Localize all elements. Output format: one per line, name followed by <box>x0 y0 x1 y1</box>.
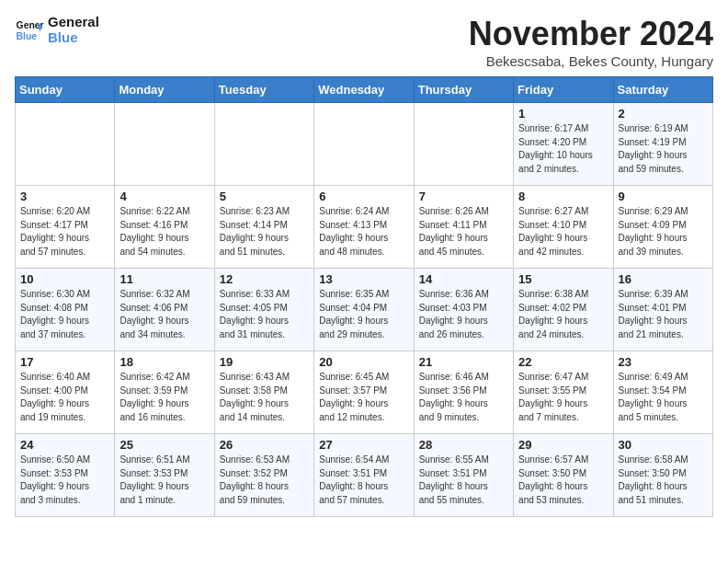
day-number: 30 <box>619 438 708 452</box>
day-info: Sunrise: 6:43 AM Sunset: 3:58 PM Dayligh… <box>220 371 309 424</box>
calendar-cell: 23Sunrise: 6:49 AM Sunset: 3:54 PM Dayli… <box>613 351 712 434</box>
day-info: Sunrise: 6:57 AM Sunset: 3:50 PM Dayligh… <box>518 454 608 507</box>
calendar-week-row: 1Sunrise: 6:17 AM Sunset: 4:20 PM Daylig… <box>16 103 713 186</box>
day-number: 16 <box>619 272 708 286</box>
header: General Blue General Blue November 2024 … <box>15 15 713 69</box>
day-info: Sunrise: 6:38 AM Sunset: 4:02 PM Dayligh… <box>518 288 608 341</box>
day-number: 14 <box>419 272 508 286</box>
day-number: 17 <box>20 355 109 369</box>
day-number: 5 <box>220 190 309 203</box>
day-info: Sunrise: 6:27 AM Sunset: 4:10 PM Dayligh… <box>518 205 608 259</box>
day-of-week-header: Thursday <box>414 77 513 103</box>
day-info: Sunrise: 6:51 AM Sunset: 3:53 PM Dayligh… <box>119 454 209 507</box>
calendar-cell: 12Sunrise: 6:33 AM Sunset: 4:05 PM Dayli… <box>214 269 313 351</box>
calendar-cell: 22Sunrise: 6:47 AM Sunset: 3:55 PM Dayli… <box>514 351 613 434</box>
day-info: Sunrise: 6:35 AM Sunset: 4:04 PM Dayligh… <box>319 288 408 341</box>
day-info: Sunrise: 6:54 AM Sunset: 3:51 PM Dayligh… <box>319 454 408 507</box>
calendar-cell: 25Sunrise: 6:51 AM Sunset: 3:53 PM Dayli… <box>115 434 214 517</box>
logo-icon: General Blue <box>15 16 44 45</box>
day-number: 11 <box>119 272 209 286</box>
day-info: Sunrise: 6:49 AM Sunset: 3:54 PM Dayligh… <box>619 371 708 424</box>
day-info: Sunrise: 6:29 AM Sunset: 4:09 PM Dayligh… <box>619 205 708 259</box>
day-of-week-header: Friday <box>514 77 613 103</box>
day-number: 15 <box>518 272 608 286</box>
calendar-week-row: 17Sunrise: 6:40 AM Sunset: 4:00 PM Dayli… <box>16 351 713 434</box>
day-number: 7 <box>419 190 508 203</box>
calendar-cell: 5Sunrise: 6:23 AM Sunset: 4:14 PM Daylig… <box>214 186 313 269</box>
calendar-cell: 13Sunrise: 6:35 AM Sunset: 4:04 PM Dayli… <box>314 269 414 351</box>
calendar-cell: 18Sunrise: 6:42 AM Sunset: 3:59 PM Dayli… <box>115 351 214 434</box>
calendar-cell <box>414 103 513 186</box>
calendar-body: 1Sunrise: 6:17 AM Sunset: 4:20 PM Daylig… <box>16 103 713 517</box>
calendar-cell: 19Sunrise: 6:43 AM Sunset: 3:58 PM Dayli… <box>214 351 313 434</box>
calendar-cell <box>16 103 115 186</box>
day-info: Sunrise: 6:58 AM Sunset: 3:50 PM Dayligh… <box>619 454 708 507</box>
day-info: Sunrise: 6:53 AM Sunset: 3:52 PM Dayligh… <box>220 454 309 507</box>
day-of-week-header: Wednesday <box>314 77 414 103</box>
calendar-cell: 28Sunrise: 6:55 AM Sunset: 3:51 PM Dayli… <box>414 434 513 517</box>
calendar-cell: 24Sunrise: 6:50 AM Sunset: 3:53 PM Dayli… <box>16 434 115 517</box>
calendar-cell: 3Sunrise: 6:20 AM Sunset: 4:17 PM Daylig… <box>16 186 115 269</box>
logo: General Blue General Blue <box>15 15 99 45</box>
calendar-cell: 26Sunrise: 6:53 AM Sunset: 3:52 PM Dayli… <box>214 434 313 517</box>
day-number: 26 <box>220 438 309 452</box>
day-number: 1 <box>518 107 608 121</box>
calendar-cell: 1Sunrise: 6:17 AM Sunset: 4:20 PM Daylig… <box>514 103 613 186</box>
day-number: 18 <box>119 355 209 369</box>
calendar-cell: 16Sunrise: 6:39 AM Sunset: 4:01 PM Dayli… <box>613 269 712 351</box>
day-info: Sunrise: 6:19 AM Sunset: 4:19 PM Dayligh… <box>619 122 708 176</box>
day-number: 23 <box>619 355 708 369</box>
calendar-week-row: 10Sunrise: 6:30 AM Sunset: 4:08 PM Dayli… <box>16 269 713 351</box>
day-number: 27 <box>319 438 408 452</box>
day-number: 12 <box>220 272 309 286</box>
day-number: 10 <box>20 272 109 286</box>
day-of-week-header: Tuesday <box>214 77 313 103</box>
day-number: 4 <box>119 190 209 203</box>
day-info: Sunrise: 6:30 AM Sunset: 4:08 PM Dayligh… <box>20 288 109 341</box>
day-info: Sunrise: 6:46 AM Sunset: 3:56 PM Dayligh… <box>419 371 508 424</box>
calendar-cell: 6Sunrise: 6:24 AM Sunset: 4:13 PM Daylig… <box>314 186 414 269</box>
day-info: Sunrise: 6:33 AM Sunset: 4:05 PM Dayligh… <box>220 288 309 341</box>
day-number: 9 <box>619 190 708 203</box>
day-info: Sunrise: 6:17 AM Sunset: 4:20 PM Dayligh… <box>518 122 608 176</box>
day-number: 8 <box>518 190 608 203</box>
day-info: Sunrise: 6:55 AM Sunset: 3:51 PM Dayligh… <box>419 454 508 507</box>
logo-line2: Blue <box>48 30 99 46</box>
day-number: 2 <box>619 107 708 121</box>
day-number: 6 <box>319 190 408 203</box>
calendar-cell: 10Sunrise: 6:30 AM Sunset: 4:08 PM Dayli… <box>16 269 115 351</box>
day-of-week-header: Monday <box>115 77 214 103</box>
day-info: Sunrise: 6:42 AM Sunset: 3:59 PM Dayligh… <box>119 371 209 424</box>
day-info: Sunrise: 6:47 AM Sunset: 3:55 PM Dayligh… <box>518 371 608 424</box>
calendar-week-row: 3Sunrise: 6:20 AM Sunset: 4:17 PM Daylig… <box>16 186 713 269</box>
calendar-week-row: 24Sunrise: 6:50 AM Sunset: 3:53 PM Dayli… <box>16 434 713 517</box>
day-info: Sunrise: 6:39 AM Sunset: 4:01 PM Dayligh… <box>619 288 708 341</box>
calendar-table: SundayMondayTuesdayWednesdayThursdayFrid… <box>15 76 713 517</box>
month-title: November 2024 <box>469 15 713 53</box>
day-info: Sunrise: 6:22 AM Sunset: 4:16 PM Dayligh… <box>119 205 209 259</box>
day-info: Sunrise: 6:40 AM Sunset: 4:00 PM Dayligh… <box>20 371 109 424</box>
calendar-header-row: SundayMondayTuesdayWednesdayThursdayFrid… <box>16 77 713 103</box>
day-number: 19 <box>220 355 309 369</box>
day-info: Sunrise: 6:36 AM Sunset: 4:03 PM Dayligh… <box>419 288 508 341</box>
calendar-cell: 21Sunrise: 6:46 AM Sunset: 3:56 PM Dayli… <box>414 351 513 434</box>
calendar-cell: 2Sunrise: 6:19 AM Sunset: 4:19 PM Daylig… <box>613 103 712 186</box>
calendar-cell: 7Sunrise: 6:26 AM Sunset: 4:11 PM Daylig… <box>414 186 513 269</box>
calendar-cell: 17Sunrise: 6:40 AM Sunset: 4:00 PM Dayli… <box>16 351 115 434</box>
day-of-week-header: Saturday <box>613 77 712 103</box>
calendar-cell: 11Sunrise: 6:32 AM Sunset: 4:06 PM Dayli… <box>115 269 214 351</box>
day-number: 20 <box>319 355 408 369</box>
day-number: 28 <box>419 438 508 452</box>
day-info: Sunrise: 6:45 AM Sunset: 3:57 PM Dayligh… <box>319 371 408 424</box>
calendar-cell <box>314 103 414 186</box>
calendar-cell: 29Sunrise: 6:57 AM Sunset: 3:50 PM Dayli… <box>514 434 613 517</box>
calendar-cell: 15Sunrise: 6:38 AM Sunset: 4:02 PM Dayli… <box>514 269 613 351</box>
subtitle: Bekescsaba, Bekes County, Hungary <box>469 53 713 69</box>
logo-line1: General <box>48 15 99 30</box>
calendar-cell <box>115 103 214 186</box>
day-number: 25 <box>119 438 209 452</box>
day-info: Sunrise: 6:20 AM Sunset: 4:17 PM Dayligh… <box>20 205 109 259</box>
day-info: Sunrise: 6:32 AM Sunset: 4:06 PM Dayligh… <box>119 288 209 341</box>
day-of-week-header: Sunday <box>16 77 115 103</box>
calendar-cell: 9Sunrise: 6:29 AM Sunset: 4:09 PM Daylig… <box>613 186 712 269</box>
